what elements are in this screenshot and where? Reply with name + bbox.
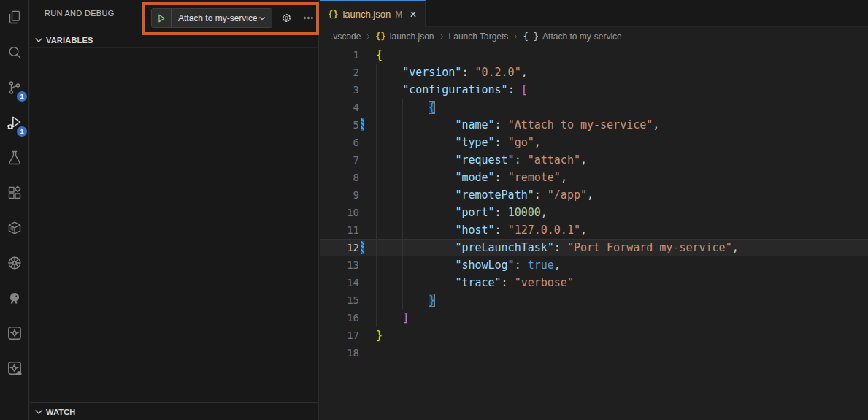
line-number: 6: [320, 134, 359, 151]
code-line-4: 4 {: [320, 99, 868, 116]
line-number: 1: [320, 46, 359, 64]
breadcrumb-item-attach-to-my-service[interactable]: { }Attach to my-service: [523, 31, 621, 42]
code-line-12: 12 "preLaunchTask": "Port Forward my-ser…: [320, 239, 868, 256]
line-number: 11: [320, 221, 359, 239]
git-modified-gutter-marker: [359, 116, 366, 134]
container-icon: [6, 219, 23, 237]
line-number: 5: [320, 116, 359, 134]
code-line-5: 5 "name": "Attach to my-service",: [320, 116, 868, 134]
line-content: [366, 344, 868, 362]
line-number: 2: [320, 64, 359, 81]
start-debug-button[interactable]: [152, 9, 172, 27]
run-debug-sidebar: RUN AND DEBUG Attach to my-service VARIA…: [30, 0, 319, 420]
line-content: ]: [366, 309, 868, 327]
line-number: 18: [320, 344, 359, 362]
activity-bar-item-extensions[interactable]: [0, 175, 29, 210]
debug-config-label: Attach to my-service: [172, 13, 257, 23]
postgres-icon: [6, 289, 23, 307]
breadcrumb-item-launch-json[interactable]: {}launch.json: [375, 31, 434, 42]
code-line-16: 16 ]: [320, 309, 868, 327]
activity-bar-item-containers[interactable]: [0, 210, 29, 245]
gutter: [359, 169, 366, 186]
gutter: [359, 256, 366, 274]
code-line-8: 8 "mode": "remote",: [320, 169, 868, 186]
cloud-code-icon: [6, 324, 23, 342]
activity-bar-item-explorer[interactable]: [0, 0, 29, 35]
breadcrumb: .vscode{}launch.jsonLaunch Targets{ }Att…: [320, 27, 868, 46]
tab-launch-json[interactable]: {} launch.json M ×: [320, 0, 426, 27]
variables-section-header[interactable]: VARIABLES: [30, 32, 318, 48]
chevron-right-icon: [437, 31, 447, 42]
line-content: "preLaunchTask": "Port Forward my-servic…: [366, 239, 868, 256]
gutter: [359, 64, 366, 81]
code-line-1: 1{: [320, 46, 868, 64]
watch-label: WATCH: [46, 408, 76, 416]
line-number: 17: [320, 327, 359, 344]
line-content: "type": "go",: [366, 134, 868, 151]
watch-section-header[interactable]: WATCH: [30, 402, 318, 420]
line-number: 12: [320, 239, 359, 256]
debug-config-dropdown[interactable]: Attach to my-service: [151, 8, 272, 28]
activity-bar-item-run-and-debug[interactable]: 1: [0, 105, 29, 140]
git-modified-gutter-marker: [359, 239, 366, 256]
variables-label: VARIABLES: [46, 36, 93, 45]
activity-bar-item-kubernetes[interactable]: [0, 245, 29, 280]
line-content: "trace": "verbose": [366, 274, 868, 291]
line-content: "remotePath": "/app",: [366, 186, 868, 204]
gutter: [359, 186, 366, 204]
testing-icon: [6, 149, 23, 167]
breadcrumb-item-launch-targets[interactable]: Launch Targets: [449, 31, 509, 42]
line-number: 7: [320, 151, 359, 169]
json-file-icon: {}: [328, 9, 338, 20]
activity-bar-item-source-control[interactable]: 1: [0, 70, 29, 105]
line-number: 13: [320, 256, 359, 274]
debug-settings-gear-icon[interactable]: [278, 10, 294, 26]
breadcrumb-label: launch.json: [390, 31, 434, 42]
chevron-right-icon: [363, 31, 373, 42]
breadcrumb-item--vscode[interactable]: .vscode: [331, 31, 361, 42]
line-number: 14: [320, 274, 359, 291]
activity-bar-item-postgresql[interactable]: [0, 280, 29, 316]
line-content: "port": 10000,: [366, 204, 868, 221]
code-line-6: 6 "type": "go",: [320, 134, 868, 151]
git-modified-badge: M: [395, 9, 402, 20]
gutter: [359, 344, 366, 362]
line-content: "mode": "remote",: [366, 169, 868, 186]
gutter: [359, 99, 366, 116]
activity-bar-item-testing[interactable]: [0, 140, 29, 175]
line-content: "host": "127.0.0.1",: [366, 221, 868, 239]
tab-bar: {} launch.json M ×: [320, 0, 868, 27]
extensions-icon: [6, 184, 23, 202]
json-file-icon: {}: [375, 31, 385, 42]
object-symbol-icon: { }: [523, 31, 539, 42]
tab-label: launch.json: [342, 9, 391, 20]
line-number: 16: [320, 309, 359, 327]
line-number: 9: [320, 186, 359, 204]
line-content: "request": "attach",: [366, 151, 868, 169]
code-line-13: 13 "showLog": true,: [320, 256, 868, 274]
line-number: 8: [320, 169, 359, 186]
debug-toolbar: Attach to my-service: [151, 8, 316, 28]
code-line-7: 7 "request": "attach",: [320, 151, 868, 169]
line-content: {: [366, 46, 868, 64]
code-line-17: 17}: [320, 327, 868, 344]
gutter: [359, 151, 366, 169]
line-number: 15: [320, 291, 359, 309]
more-actions-icon[interactable]: [300, 10, 316, 26]
breadcrumb-label: Attach to my-service: [542, 31, 622, 42]
breadcrumb-label: Launch Targets: [449, 31, 509, 42]
breadcrumb-label: .vscode: [331, 31, 361, 42]
gutter: [359, 204, 366, 221]
editor-group: {} launch.json M × .vscode{}launch.jsonL…: [320, 0, 868, 420]
close-icon[interactable]: ×: [410, 9, 416, 20]
activity-bar-item-cloud-code[interactable]: [0, 316, 29, 351]
code-editor[interactable]: 1{2 "version": "0.2.0",3 "configurations…: [320, 46, 868, 362]
chevron-down-icon: [33, 406, 45, 418]
line-content: "name": "Attach to my-service",: [366, 116, 868, 134]
gutter: [359, 221, 366, 239]
line-content: }: [366, 327, 868, 344]
chevron-down-icon: [33, 34, 45, 46]
activity-bar-item-search[interactable]: [0, 35, 29, 70]
play-icon: [156, 13, 166, 23]
activity-bar-item-cloud-run[interactable]: [0, 351, 29, 386]
